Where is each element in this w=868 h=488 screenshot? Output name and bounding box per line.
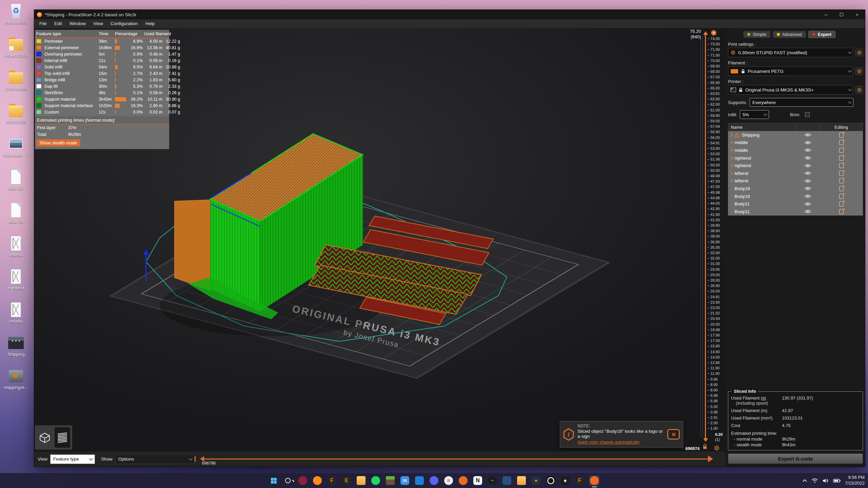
wifi-icon[interactable] — [811, 478, 818, 483]
taskbar-icon[interactable]: ~ — [487, 475, 497, 486]
object-row[interactable]: middle — [728, 146, 863, 154]
taskbar-icon[interactable] — [546, 475, 556, 486]
show-stealth-mode-button[interactable]: Show stealth mode — [37, 139, 80, 146]
desktop-icon[interactable]: Body11 — [0, 169, 32, 201]
taskbar-icon[interactable]: ✉ — [400, 475, 410, 486]
desktop-icon[interactable]: CAM Media — [0, 70, 32, 101]
editing-icon[interactable] — [820, 178, 863, 183]
show-select[interactable]: Options — [115, 454, 195, 464]
taskbar-icon[interactable] — [298, 475, 308, 486]
expand-chevron-icon[interactable] — [730, 164, 733, 167]
taskbar-icon[interactable] — [312, 475, 322, 486]
taskbar-icon[interactable] — [502, 475, 512, 486]
desktop-icon[interactable]: Recycle Bin — [0, 3, 32, 35]
printer-select[interactable]: Original Prusa i3 MK3S & MK3S+ — [728, 85, 853, 95]
object-row[interactable]: leftend — [728, 169, 863, 177]
taskbar-icon[interactable] — [516, 475, 527, 486]
expand-chevron-icon[interactable] — [730, 133, 733, 137]
menu-item[interactable]: Window — [66, 19, 90, 28]
editing-icon[interactable] — [820, 156, 863, 161]
menu-item[interactable]: Edit — [51, 19, 66, 28]
layer-slider[interactable]: 75.20 (640) + 74.0073.0071.9071.0070.006… — [681, 28, 725, 451]
taskbar-icon[interactable]: F — [327, 475, 337, 486]
menu-item[interactable]: View — [90, 19, 107, 28]
desktop-icon[interactable]: Adaptable_... — [0, 136, 32, 167]
maximize-button[interactable] — [834, 10, 849, 19]
visibility-eye-icon[interactable] — [796, 156, 820, 160]
editing-icon[interactable] — [820, 194, 863, 199]
close-button[interactable]: × — [849, 10, 865, 19]
editing-icon[interactable] — [820, 186, 863, 191]
taskbar-icon[interactable] — [589, 475, 599, 486]
desktop-icon[interactable]: middle — [0, 302, 32, 333]
taskbar-icon[interactable]: E — [341, 475, 352, 486]
mode-button[interactable]: Expert — [808, 31, 835, 38]
move-slider-track[interactable] — [204, 459, 709, 460]
visibility-eye-icon[interactable] — [796, 202, 820, 206]
editing-icon[interactable] — [820, 163, 863, 168]
object-row[interactable]: Body11 — [728, 208, 863, 216]
layer-slider-track[interactable] — [705, 35, 706, 438]
taskbar-icon[interactable]: ● — [531, 475, 541, 486]
object-row[interactable]: Body18 — [728, 192, 863, 200]
object-row[interactable]: Body11 — [728, 200, 863, 208]
mode-button[interactable]: Advanced — [773, 31, 806, 38]
expand-chevron-icon[interactable] — [730, 156, 733, 160]
export-gcode-button[interactable]: Export G-code — [728, 453, 863, 464]
battery-icon[interactable] — [833, 479, 841, 483]
editing-icon[interactable] — [820, 171, 863, 176]
menu-item[interactable]: Help — [141, 19, 158, 28]
object-row[interactable]: rightend — [728, 154, 863, 162]
visibility-eye-icon[interactable] — [796, 186, 820, 190]
desktop-icon[interactable]: leftend — [0, 236, 32, 267]
taskbar-icon[interactable] — [283, 475, 293, 486]
move-slider-right-handle[interactable] — [708, 455, 713, 462]
print-settings-edit-button[interactable] — [855, 49, 863, 56]
visibility-eye-icon[interactable] — [796, 164, 820, 168]
desktop-icon[interactable]: rightend — [0, 269, 32, 300]
desktop-icon[interactable]: shippingsli... — [0, 369, 32, 400]
apply-color-change-link[interactable]: Apply color change automatically — [577, 440, 639, 445]
note-close-button[interactable]: × — [667, 429, 680, 440]
visibility-eye-icon[interactable] — [796, 179, 820, 183]
minimize-button[interactable]: ─ — [818, 10, 834, 19]
taskbar-icon[interactable]: F — [575, 475, 585, 486]
editing-icon[interactable] — [820, 209, 863, 214]
name-column-header[interactable]: Name — [728, 123, 796, 131]
lock-icon[interactable] — [702, 444, 708, 450]
visibility-eye-icon[interactable] — [796, 194, 820, 198]
expand-chevron-icon[interactable] — [730, 179, 733, 183]
object-row[interactable]: leftend — [728, 177, 863, 185]
desktop-icon[interactable]: HPSCANS — [0, 103, 32, 134]
expand-chevron-icon[interactable] — [730, 171, 733, 175]
view-select[interactable]: Feature type — [50, 454, 95, 464]
add-color-change-button[interactable]: + — [711, 30, 716, 36]
3d-viewport[interactable]: ORIGINAL PRUSA i3 MK3 by Josef Prusa — [34, 28, 725, 451]
expand-chevron-icon[interactable] — [730, 141, 733, 144]
titlebar[interactable]: *Shipping - PrusaSlicer-2.4.2 based on S… — [34, 10, 865, 19]
taskbar-icon[interactable]: N — [473, 475, 483, 486]
expand-chevron-icon[interactable] — [730, 149, 733, 152]
taskbar-icon[interactable] — [414, 475, 425, 486]
taskbar-icon[interactable]: ≡ — [443, 475, 454, 486]
tray-overflow-chevron-icon[interactable] — [803, 479, 807, 484]
brim-checkbox[interactable] — [805, 112, 810, 117]
visibility-eye-icon[interactable] — [796, 141, 820, 145]
desktop-icon[interactable]: Body18 — [0, 203, 32, 234]
visibility-eye-icon[interactable] — [796, 209, 820, 214]
menu-item[interactable]: Configuration — [107, 19, 141, 28]
object-row[interactable]: middle — [728, 139, 863, 147]
object-row[interactable]: rightend — [728, 162, 863, 169]
visibility-eye-icon[interactable] — [796, 148, 820, 152]
clock[interactable]: 9:56 PM 7/15/2022 — [845, 475, 865, 486]
supports-select[interactable]: Everywhere — [750, 98, 853, 107]
slider-settings-gear-icon[interactable] — [714, 445, 720, 451]
taskbar-icon[interactable] — [356, 475, 366, 486]
taskbar-icon[interactable] — [458, 475, 468, 486]
volume-icon[interactable] — [823, 478, 829, 483]
editing-icon[interactable] — [820, 201, 863, 206]
visibility-eye-icon[interactable] — [796, 171, 820, 175]
gcode-move-slider[interactable]: 696796 696974 — [201, 451, 712, 467]
printer-edit-button[interactable] — [855, 86, 863, 94]
desktop-icon[interactable]: Project Stuff — [0, 37, 32, 68]
